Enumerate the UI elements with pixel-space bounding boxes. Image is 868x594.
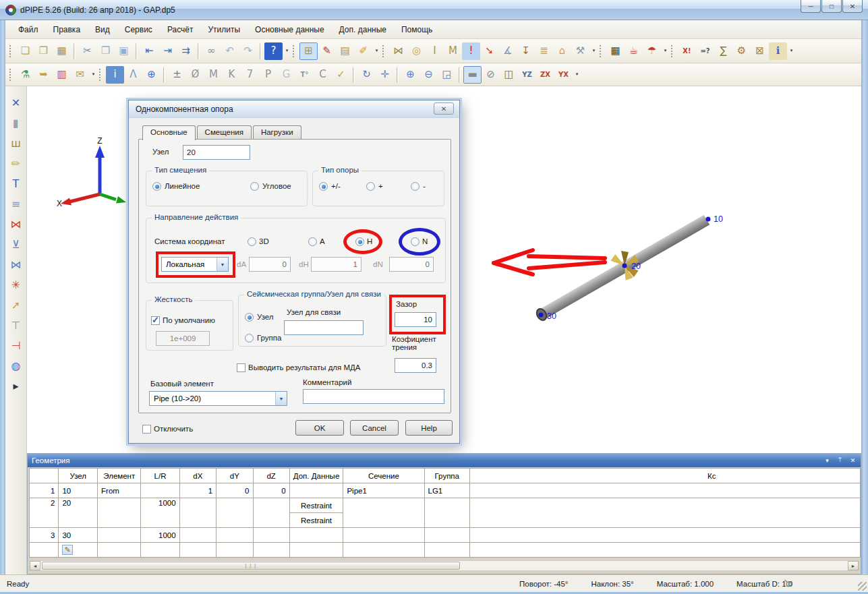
view-yz-icon[interactable]: YZ (518, 66, 536, 84)
support-icon[interactable]: ш (7, 135, 25, 152)
hammer-pick-icon[interactable]: ⚒ (571, 42, 589, 60)
zoom-in-icon[interactable]: ⊕ (401, 66, 419, 84)
menu-item[interactable]: Утилиты (200, 22, 248, 37)
coord-system-dropdown[interactable]: Локальная ▼ (161, 257, 229, 272)
minimize-button[interactable]: ─ (801, 0, 821, 13)
radio-seismic-group[interactable] (245, 334, 254, 343)
check-xn-icon[interactable]: Х! (678, 42, 696, 60)
pipe-section-icon[interactable]: ⊘ (482, 66, 500, 84)
compass-icon[interactable]: Λ (124, 66, 142, 84)
check-eq-icon[interactable]: =? (696, 42, 714, 60)
beacon-icon[interactable]: ⌂ (553, 42, 571, 60)
maximize-button[interactable]: □ (821, 0, 842, 13)
render-pipe-icon[interactable]: ▬ (463, 66, 482, 84)
spool-icon[interactable]: ▥ (53, 66, 71, 84)
insert-row-after-icon[interactable]: ⇉ (177, 42, 195, 60)
delete-node-icon[interactable]: ✕ (7, 94, 25, 112)
damper-icon[interactable]: ✏ (7, 155, 25, 173)
cancel-button[interactable]: Cancel (350, 420, 399, 436)
close-button[interactable]: ✕ (842, 0, 863, 13)
undo-icon[interactable]: ↶ (221, 42, 239, 60)
menu-item[interactable]: Расчёт (160, 22, 201, 37)
help-button[interactable]: Help (405, 420, 453, 436)
rotate-view-icon[interactable]: ↻ (357, 66, 376, 84)
key-icon[interactable]: ⚲ (781, 576, 795, 591)
save-icon[interactable]: ▦ (53, 42, 71, 60)
geometry-hscrollbar[interactable]: ◄ ❘❘❘ ► (29, 560, 859, 571)
new-file-icon[interactable]: ❏ (16, 42, 34, 60)
gap-input[interactable]: 10 (395, 312, 436, 327)
edit-mass-icon[interactable]: M (204, 66, 223, 84)
spring-hanger-icon[interactable]: ± (168, 66, 186, 84)
link-node-input[interactable] (284, 320, 364, 335)
radio-n[interactable] (411, 237, 419, 246)
radio-3d[interactable] (248, 237, 256, 246)
weight-icon[interactable]: ▮ (7, 115, 25, 132)
edit-g-icon[interactable]: G (277, 66, 295, 84)
layers-icon[interactable]: ≣ (535, 42, 553, 60)
train-icon[interactable]: ⚙ (732, 42, 751, 60)
spectrum-chart-icon[interactable]: ∡ (498, 42, 517, 60)
tab-smeshcheniya[interactable]: Смещения (197, 125, 252, 140)
cut-icon[interactable]: ✂ (78, 42, 96, 60)
view-zx-icon[interactable]: ZX (536, 66, 554, 84)
radio-minus[interactable] (411, 182, 419, 191)
radio-plus-minus[interactable] (319, 182, 328, 191)
menu-item[interactable]: Помощь (394, 22, 440, 37)
info-book-icon[interactable]: ℹ (769, 42, 787, 60)
mda-error-icon[interactable]: ! (462, 42, 480, 60)
expansion-cross-icon[interactable]: ✳ (7, 276, 25, 294)
table-row[interactable]: 1 10 From 1 0 0 Pipe1 LG1 (30, 483, 861, 498)
radio-a[interactable] (308, 237, 317, 246)
valve-icon[interactable]: ⋈ (389, 42, 407, 60)
radio-seismic-node[interactable] (245, 313, 254, 322)
select-region-icon[interactable]: ⊞ (299, 42, 318, 60)
panel-close-icon[interactable]: ✕ (848, 455, 858, 465)
frame-restraint-icon[interactable]: ⊠ (751, 42, 769, 60)
ok-button[interactable]: OK (295, 420, 344, 436)
open-folder-icon[interactable]: ❒ (34, 42, 53, 60)
paste-icon[interactable]: ▣ (115, 42, 133, 60)
scroll-right-icon[interactable]: ► (848, 561, 859, 570)
sum-icon[interactable]: ∑ (714, 42, 732, 60)
table-row[interactable]: 2 20 1000 Restraint (30, 498, 861, 513)
pipe-element[interactable] (535, 220, 707, 322)
panel-pin-icon[interactable]: ⍑ (835, 455, 845, 465)
edit-diameter-icon[interactable]: Ø (186, 66, 204, 84)
valve-blue-icon[interactable]: ⋈ (7, 256, 25, 274)
panel-menu-icon[interactable]: ▾ (822, 455, 832, 465)
insert-row-middle-icon[interactable]: ⇥ (158, 42, 177, 60)
menu-item[interactable]: Основные данные (248, 22, 332, 37)
tab-nagruzki[interactable]: Нагрузки (253, 125, 301, 140)
redo-icon[interactable]: ↷ (239, 42, 257, 60)
edit-row-pencil-icon[interactable]: ✎ (62, 545, 72, 555)
plumb-icon[interactable]: ↧ (517, 42, 535, 60)
edit-k-icon[interactable]: K (223, 66, 241, 84)
menu-item[interactable]: Доп. данные (332, 22, 394, 37)
radio-angular[interactable] (250, 182, 259, 191)
edit-p-icon[interactable]: P (259, 66, 277, 84)
menu-item[interactable]: Файл (11, 22, 46, 37)
geometry-table[interactable]: Узел Элемент L/R dX dY dZ Доп. Данные Се… (29, 468, 861, 558)
expand-toolbar-icon[interactable]: ▸ (7, 378, 25, 395)
target-icon[interactable]: ⊕ (142, 66, 161, 84)
node-input[interactable]: 20 (183, 145, 250, 160)
scroll-left-icon[interactable]: ◄ (30, 561, 40, 570)
edit-temp-icon[interactable]: T° (295, 66, 314, 84)
mass-m-icon[interactable]: M (444, 42, 462, 60)
radio-h[interactable] (355, 237, 364, 246)
pan-view-icon[interactable]: ✛ (376, 66, 394, 84)
rails-icon[interactable]: ≡ (7, 196, 25, 213)
menu-item[interactable]: Сервис (117, 22, 160, 37)
geometry-panel-title-bar[interactable]: Геометрия (28, 454, 861, 467)
scrollbar-thumb[interactable]: ❘❘❘ (42, 562, 460, 570)
zoom-out-icon[interactable]: ⊖ (419, 66, 438, 84)
edit-z-icon[interactable]: 7 (241, 66, 259, 84)
envelope-pmn-icon[interactable]: ✉ (71, 66, 89, 84)
flange-icon[interactable]: ◎ (407, 42, 426, 60)
key-tool-icon[interactable]: ➥ (34, 66, 53, 84)
friction-input[interactable]: 0.3 (395, 358, 436, 373)
resize-grip[interactable] (858, 582, 867, 591)
edit-c-icon[interactable]: C (314, 66, 332, 84)
table-new-row[interactable]: ✎ (30, 543, 861, 558)
